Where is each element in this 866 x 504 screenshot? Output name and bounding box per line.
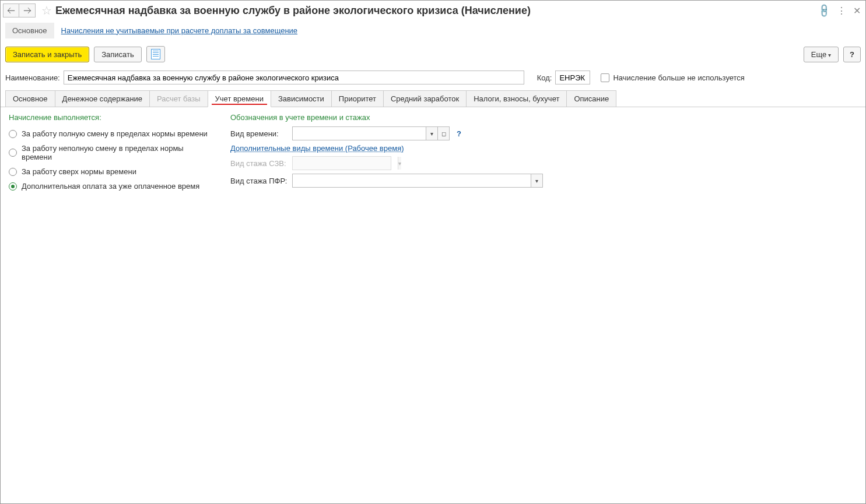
tab-prioritet[interactable]: Приоритет — [331, 90, 384, 107]
not-used-label: Начисление больше не используется — [613, 73, 744, 82]
dropdown-icon[interactable]: ▾ — [426, 127, 437, 140]
save-button[interactable]: Записать — [94, 47, 142, 62]
sub-navigation: Основное Начисления не учитываемые при р… — [1, 20, 865, 40]
pfr-combo[interactable]: ▾ — [292, 174, 543, 188]
tab-raschet-bazy[interactable]: Расчет базы — [149, 90, 208, 107]
left-column: Начисление выполняется: За работу полную… — [9, 113, 213, 193]
toolbar: Записать и закрыть Записать Еще ? — [1, 40, 865, 68]
kebab-icon[interactable]: ⋮ — [837, 5, 846, 16]
save-and-close-button[interactable]: Записать и закрыть — [5, 47, 89, 62]
szv-combo: ▾ — [292, 156, 391, 170]
radio-label: За работу неполную смену в пределах норм… — [22, 144, 213, 161]
tab-nalogi[interactable]: Налоги, взносы, бухучет — [466, 90, 567, 107]
report-button[interactable] — [146, 46, 165, 62]
radio-icon — [9, 168, 17, 176]
titlebar-actions: 🔗 ⋮ ✕ — [818, 5, 861, 16]
row-time-type: Вид времени: ▾ ◻ ? — [230, 126, 857, 140]
right-group-title: Обозначения в учете времени и стажах — [230, 113, 857, 122]
radio-icon — [9, 149, 17, 157]
subnav-main[interactable]: Основное — [5, 23, 54, 38]
row-pfr: Вид стажа ПФР: ▾ — [230, 174, 857, 188]
szv-label: Вид стажа СЗВ: — [230, 159, 289, 168]
window-title: Ежемесячная надбавка за военную службу в… — [55, 5, 818, 17]
pfr-label: Вид стажа ПФР: — [230, 177, 289, 185]
tab-sredniy-zarabotok[interactable]: Средний заработок — [383, 90, 467, 107]
back-button[interactable]: 🡠 — [3, 3, 19, 17]
radio-additional-pay[interactable]: Дополнительная оплата за уже оплаченное … — [9, 179, 213, 193]
name-code-row: Наименование: Код: Начисление больше не … — [1, 68, 865, 89]
szv-input — [293, 157, 398, 170]
more-button[interactable]: Еще — [804, 47, 839, 62]
left-group-title: Начисление выполняется: — [9, 113, 213, 122]
tab-opisanie[interactable]: Описание — [566, 90, 616, 107]
tab-uchet-vremeni[interactable]: Учет времени — [208, 90, 271, 107]
name-input[interactable] — [64, 71, 524, 84]
extra-time-types-link[interactable]: Дополнительные виды времени (Рабочее вре… — [230, 144, 404, 153]
link-icon[interactable]: 🔗 — [818, 5, 830, 16]
radio-icon — [9, 130, 17, 138]
star-icon[interactable]: ☆ — [41, 3, 52, 17]
radio-label: Дополнительная оплата за уже оплаченное … — [22, 182, 199, 191]
code-input[interactable] — [555, 71, 590, 84]
help-button[interactable]: ? — [843, 47, 861, 62]
tab-zavisimosti[interactable]: Зависимости — [271, 90, 332, 107]
radio-label: За работу полную смену в пределах нормы … — [22, 129, 208, 138]
titlebar: 🡠 🡢 ☆ Ежемесячная надбавка за военную сл… — [1, 1, 865, 20]
dropdown-icon[interactable]: ▾ — [531, 174, 542, 187]
row-szv: Вид стажа СЗВ: ▾ — [230, 156, 857, 170]
time-type-input[interactable] — [293, 127, 426, 140]
pfr-input[interactable] — [293, 174, 531, 187]
tab-denezhnoe[interactable]: Денежное содержание — [55, 90, 150, 107]
time-type-label: Вид времени: — [230, 129, 289, 138]
subnav-link-exclusions[interactable]: Начисления не учитываемые при расчете до… — [54, 23, 305, 38]
radio-icon — [9, 182, 17, 191]
radio-overtime[interactable]: За работу сверх нормы времени — [9, 164, 213, 179]
open-icon[interactable]: ◻ — [437, 127, 449, 140]
help-icon[interactable]: ? — [457, 129, 461, 138]
row-extra-types-link: Дополнительные виды времени (Рабочее вре… — [230, 144, 857, 153]
not-used-checkbox[interactable] — [601, 73, 609, 82]
time-type-combo[interactable]: ▾ ◻ — [292, 126, 450, 140]
code-label: Код: — [537, 73, 552, 82]
right-column: Обозначения в учете времени и стажах Вид… — [230, 113, 857, 193]
dropdown-icon: ▾ — [398, 157, 401, 170]
report-icon — [151, 49, 160, 59]
radio-full-shift[interactable]: За работу полную смену в пределах нормы … — [9, 126, 213, 141]
name-label: Наименование: — [5, 73, 60, 82]
radio-label: За работу сверх нормы времени — [22, 167, 136, 176]
tab-content: Начисление выполняется: За работу полную… — [1, 107, 865, 199]
forward-button[interactable]: 🡢 — [19, 3, 36, 17]
tabs: Основное Денежное содержание Расчет базы… — [1, 90, 865, 107]
close-icon[interactable]: ✕ — [853, 5, 861, 16]
radio-partial-shift[interactable]: За работу неполную смену в пределах норм… — [9, 141, 213, 164]
app-window: 🡠 🡢 ☆ Ежемесячная надбавка за военную сл… — [0, 0, 866, 504]
tab-osnovnoe[interactable]: Основное — [5, 90, 55, 107]
